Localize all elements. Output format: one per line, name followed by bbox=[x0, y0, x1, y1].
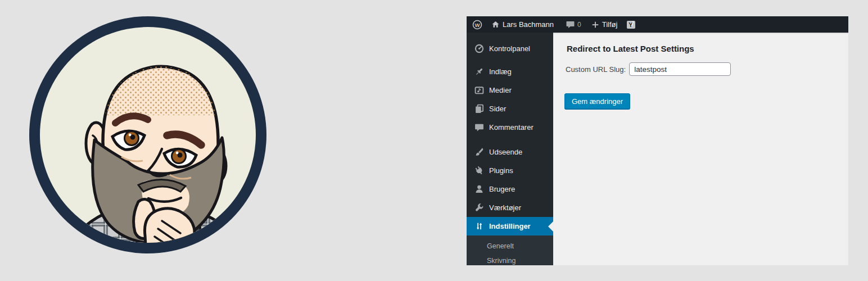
pages-icon bbox=[474, 104, 484, 114]
paintbrush-icon bbox=[474, 147, 484, 157]
sidebar-item-label: Kontrolpanel bbox=[489, 44, 530, 53]
sidebar-item-indstillinger[interactable]: Indstillinger bbox=[467, 217, 553, 235]
sidebar-item-label: Indstillinger bbox=[489, 222, 531, 230]
sidebar-item-plugins[interactable]: Plugins bbox=[467, 161, 553, 180]
user-icon bbox=[474, 184, 484, 194]
sidebar-item-medier[interactable]: Medier bbox=[467, 81, 553, 99]
sidebar-item-kontrolpanel[interactable]: Kontrolpanel bbox=[467, 39, 553, 58]
site-link[interactable]: Lars Bachmann bbox=[491, 20, 554, 29]
comments-bubble-icon bbox=[566, 21, 575, 29]
avatar-image bbox=[28, 15, 268, 255]
slug-field-row: Custom URL Slug: bbox=[566, 62, 848, 76]
comment-count: 0 bbox=[577, 21, 581, 29]
submenu-item-generelt[interactable]: Generelt bbox=[467, 239, 553, 253]
wordpress-logo-icon[interactable]: W bbox=[472, 20, 482, 30]
yoast-menu[interactable]: Y bbox=[626, 20, 636, 30]
sidebar-item-label: Indlæg bbox=[489, 67, 512, 76]
sidebar-item-label: Udseende bbox=[489, 148, 522, 156]
comments-shortcut[interactable]: 0 bbox=[566, 21, 581, 29]
menu-separator bbox=[467, 137, 553, 143]
pushpin-icon bbox=[474, 67, 484, 76]
sidebar-item-udseende[interactable]: Udseende bbox=[467, 143, 553, 161]
sidebar-item-label: Medier bbox=[489, 86, 512, 94]
plus-icon bbox=[591, 21, 599, 29]
yoast-icon: Y bbox=[626, 20, 636, 30]
svg-text:W: W bbox=[475, 21, 480, 28]
slug-input[interactable] bbox=[629, 62, 731, 76]
slug-label: Custom URL Slug: bbox=[566, 65, 626, 74]
avatar bbox=[28, 15, 268, 255]
add-new-button[interactable]: Tilføj bbox=[591, 20, 618, 29]
admin-bar: W Lars Bachmann 0 Tilføj Y bbox=[467, 16, 848, 33]
admin-sidebar: Kontrolpanel Indlæg Medier Sider bbox=[467, 33, 553, 265]
wordpress-admin-screenshot: W Lars Bachmann 0 Tilføj Y Kontrolpanel bbox=[467, 16, 848, 265]
menu-separator bbox=[467, 58, 553, 62]
sliders-icon bbox=[474, 221, 484, 231]
media-icon bbox=[474, 85, 484, 95]
submenu-item-skrivning[interactable]: Skrivning bbox=[467, 253, 553, 265]
save-changes-button[interactable]: Gem ændringer bbox=[564, 93, 630, 109]
page-title: Redirect to Latest Post Settings bbox=[567, 44, 848, 54]
sidebar-item-sider[interactable]: Sider bbox=[467, 99, 553, 118]
sidebar-item-label: Brugere bbox=[489, 185, 515, 193]
sidebar-item-label: Sider bbox=[489, 105, 506, 113]
settings-submenu: Generelt Skrivning bbox=[467, 235, 553, 265]
dashboard-icon bbox=[474, 44, 484, 53]
comments-icon bbox=[474, 123, 484, 132]
sidebar-item-label: Værktøjer bbox=[489, 203, 521, 212]
sidebar-item-label: Kommentarer bbox=[489, 123, 534, 132]
sidebar-item-vaerktoejer[interactable]: Værktøjer bbox=[467, 198, 553, 217]
add-new-label: Tilføj bbox=[602, 20, 618, 29]
settings-page: Redirect to Latest Post Settings Custom … bbox=[553, 33, 848, 265]
plug-icon bbox=[474, 166, 484, 175]
wrench-icon bbox=[474, 203, 484, 212]
current-item-arrow bbox=[548, 221, 553, 232]
home-icon bbox=[491, 20, 500, 29]
sidebar-item-indlaeg[interactable]: Indlæg bbox=[467, 62, 553, 81]
sidebar-item-brugere[interactable]: Brugere bbox=[467, 180, 553, 198]
sidebar-item-label: Plugins bbox=[489, 166, 513, 175]
sidebar-item-kommentarer[interactable]: Kommentarer bbox=[467, 118, 553, 137]
site-name: Lars Bachmann bbox=[503, 20, 554, 29]
